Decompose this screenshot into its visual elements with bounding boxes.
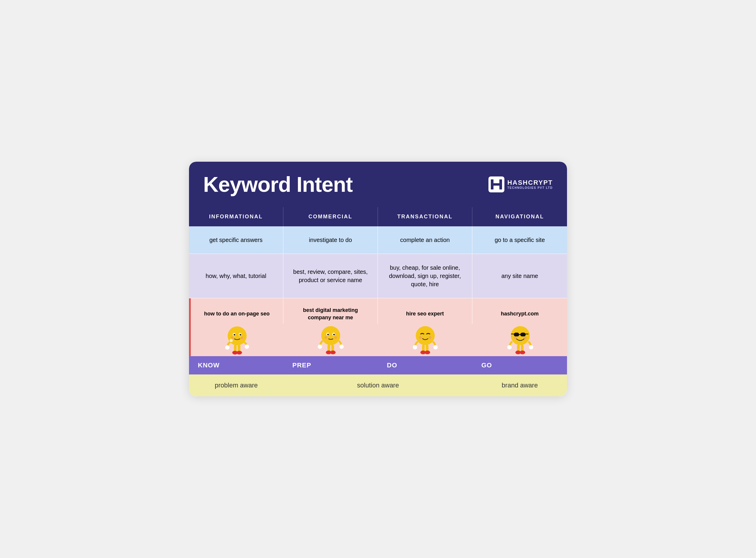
mascot-go-icon [505, 324, 535, 356]
svg-rect-43 [520, 333, 526, 336]
footer-prep: PREP [284, 356, 378, 375]
svg-point-33 [419, 336, 422, 339]
mascot-know-icon [222, 324, 252, 356]
cell-comm-purpose: investigate to do [284, 226, 378, 254]
row-keywords: how, why, what, tutorial best, review, c… [189, 254, 567, 298]
hashcrypt-logo-icon [488, 176, 504, 193]
mascot-transactional [378, 324, 472, 356]
col-header-informational: INFORMATIONAL [189, 207, 284, 226]
cell-comm-example: best digital marketing company near me [284, 298, 378, 324]
svg-point-32 [416, 326, 435, 345]
svg-point-22 [327, 334, 329, 335]
brand-aware-cell: brand aware [472, 375, 567, 396]
cell-nav-keywords: any site name [472, 254, 567, 298]
mascot-do-icon [411, 324, 440, 356]
logo-sub: TECHNOLOGIES PVT LTD [507, 186, 553, 189]
svg-point-12 [229, 339, 233, 342]
cell-info-keywords: how, why, what, tutorial [189, 254, 284, 298]
svg-point-30 [318, 345, 322, 349]
mascot-informational [189, 324, 284, 356]
footer-know: KNOW [189, 356, 284, 375]
solution-aware-cell: solution aware [284, 375, 472, 396]
footer-go-label: GO [481, 361, 492, 369]
svg-point-53 [507, 345, 512, 350]
mascot-commercial [284, 324, 378, 356]
svg-point-48 [524, 336, 527, 339]
cell-trans-example: hire seo expert [378, 298, 472, 324]
footer-prep-label: PREP [292, 361, 311, 369]
svg-point-52 [520, 351, 525, 354]
svg-rect-42 [514, 333, 519, 336]
svg-point-29 [330, 351, 336, 354]
mascot-navigational [472, 324, 567, 356]
svg-point-54 [529, 345, 533, 350]
svg-point-41 [511, 326, 530, 345]
cell-comm-keywords: best, review, compare, sites, product or… [284, 254, 378, 298]
svg-point-19 [321, 326, 340, 345]
column-headers: INFORMATIONAL COMMERCIAL TRANSACTIONAL N… [189, 207, 567, 226]
svg-point-31 [339, 345, 344, 349]
row-purpose: get specific answers investigate to do c… [189, 226, 567, 254]
awareness-row: problem aware solution aware brand aware [189, 375, 567, 396]
logo-area: HASHCRYPT TECHNOLOGIES PVT LTD [488, 176, 553, 193]
footer-do: DO [378, 356, 472, 375]
svg-point-16 [237, 351, 242, 355]
mascot-prep-icon [316, 324, 345, 356]
problem-aware-cell: problem aware [189, 375, 284, 396]
svg-point-25 [334, 336, 337, 339]
col-header-commercial: COMMERCIAL [284, 207, 378, 226]
keyword-intent-card: Keyword Intent HASHCRYPT TECHNOLOGIES PV… [189, 162, 567, 396]
footer-go: GO [472, 356, 567, 375]
header: Keyword Intent HASHCRYPT TECHNOLOGIES PV… [189, 162, 567, 207]
table-area: INFORMATIONAL COMMERCIAL TRANSACTIONAL N… [189, 207, 567, 396]
cell-trans-purpose: complete an action [378, 226, 472, 254]
cell-nav-example: hashcrypt.com [472, 298, 567, 324]
col-header-transactional: TRANSACTIONAL [378, 207, 472, 226]
mascot-row [189, 324, 567, 356]
svg-point-8 [240, 334, 241, 336]
svg-rect-3 [491, 183, 502, 186]
svg-point-17 [225, 346, 230, 350]
col-header-navigational: NAVIGATIONAL [472, 207, 567, 226]
svg-point-38 [425, 351, 430, 354]
svg-point-18 [245, 345, 249, 349]
page-title: Keyword Intent [203, 172, 352, 197]
svg-point-39 [413, 345, 417, 350]
logo-name: HASHCRYPT [507, 179, 553, 186]
svg-point-47 [514, 336, 517, 339]
svg-point-7 [234, 334, 235, 336]
logo-text: HASHCRYPT TECHNOLOGIES PVT LTD [507, 179, 553, 189]
svg-point-40 [434, 345, 438, 350]
footer-know-label: KNOW [198, 361, 220, 369]
row-examples-text: how to do an on-page seo best digital ma… [189, 298, 567, 324]
svg-point-23 [333, 334, 335, 335]
svg-point-24 [324, 336, 327, 339]
footer-do-label: DO [387, 361, 397, 369]
footer-intent-bar: KNOW PREP DO GO [189, 356, 567, 375]
cell-trans-keywords: buy, cheap, for sale online, download, s… [378, 254, 472, 298]
svg-point-34 [429, 336, 432, 339]
svg-point-10 [241, 336, 243, 339]
cell-info-purpose: get specific answers [189, 226, 284, 254]
cell-info-example: how to do an on-page seo [189, 298, 284, 324]
cell-nav-purpose: go to a specific site [472, 226, 567, 254]
